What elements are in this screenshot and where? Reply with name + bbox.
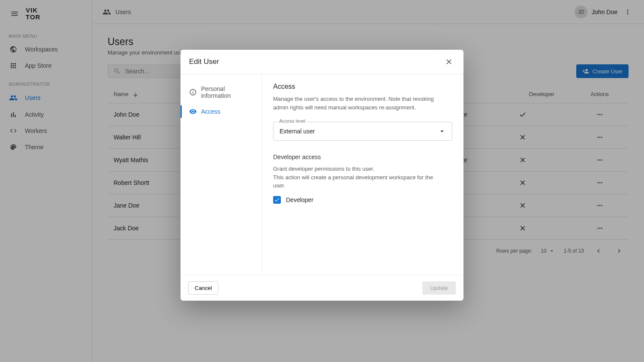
edit-user-dialog: Edit User Personal information Access Ac… — [181, 50, 463, 301]
access-level-select[interactable]: External user — [273, 122, 452, 141]
access-section-title: Access — [273, 83, 452, 90]
developer-checkbox-label: Developer — [286, 196, 313, 203]
tab-label: Personal information — [201, 85, 253, 99]
access-level-value: External user — [280, 128, 315, 135]
developer-help-2: This action will create a personal devel… — [273, 173, 445, 190]
check-icon — [274, 197, 280, 203]
developer-help-1: Grant developer permissions to this user… — [273, 165, 445, 173]
dropdown-icon — [438, 127, 446, 135]
tab-personal-information[interactable]: Personal information — [182, 81, 260, 103]
developer-access-title: Developer access — [273, 154, 452, 160]
access-section-help: Manage the user's access to the environm… — [273, 95, 445, 112]
tab-access[interactable]: Access — [182, 103, 260, 120]
eye-icon — [189, 108, 197, 115]
developer-checkbox[interactable] — [273, 196, 281, 204]
access-level-label: Access level — [277, 118, 307, 124]
close-icon[interactable] — [443, 56, 455, 68]
update-button: Update — [422, 281, 456, 295]
dialog-title: Edit User — [189, 57, 219, 66]
tab-label: Access — [201, 108, 220, 115]
cancel-button[interactable]: Cancel — [188, 281, 218, 295]
info-icon — [189, 88, 197, 96]
